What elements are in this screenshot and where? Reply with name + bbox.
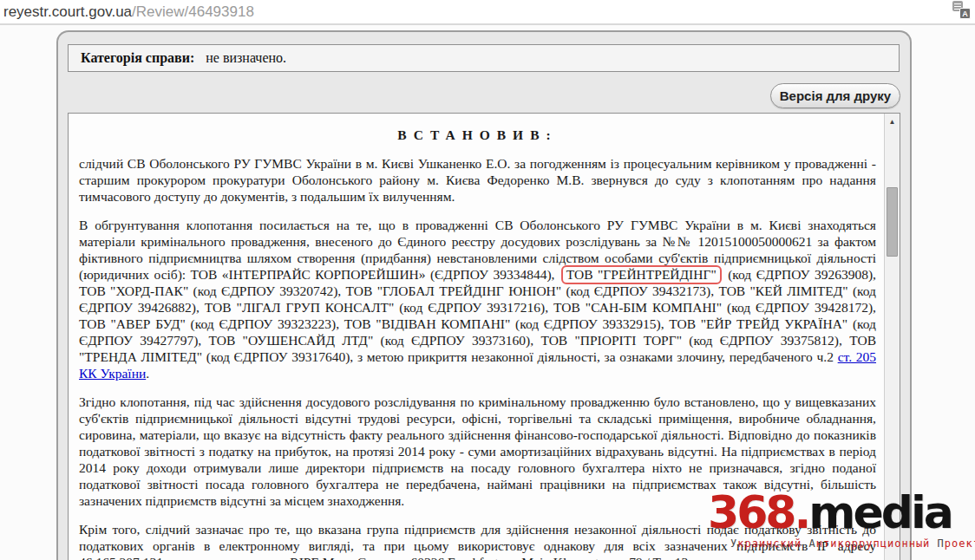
browser-address-bar[interactable]: reyestr.court.gov.ua/Review/46493918 A xyxy=(0,0,975,25)
scrollbar-up-arrow-icon[interactable]: ▲ xyxy=(885,115,900,128)
case-category-value: не визначено. xyxy=(206,50,286,65)
paragraph-findings: Згідно клопотання, під час здійснення до… xyxy=(79,394,876,509)
court-decision-text-box: ВСТАНОВИВ: слідчий СВ Оболонського РУ ГУ… xyxy=(68,113,900,560)
translate-icon[interactable]: A xyxy=(952,1,971,20)
case-category-label: Категорія справи: xyxy=(81,50,194,65)
paragraph-companies: В обгрунтування клопотання посилається н… xyxy=(79,217,876,381)
translate-icon-letter: A xyxy=(959,8,971,19)
document-container: Категорія справи: не визначено. Версія д… xyxy=(56,30,912,560)
url-domain: reyestr.court.gov.ua xyxy=(3,3,132,20)
scrollbar-thumb[interactable] xyxy=(887,187,898,257)
watermark-subtitle-word: Проект xyxy=(938,537,975,550)
case-category-box: Категорія справи: не визначено. xyxy=(68,44,900,72)
url-path: /Review/46493918 xyxy=(132,3,254,20)
paragraph-intro: слідчий СВ Оболонського РУ ГУМВС України… xyxy=(79,155,876,205)
document-scrollbar[interactable]: ▲ xyxy=(884,114,900,560)
paragraph-ip-address: Крім того, слідчий зазначає про те, що в… xyxy=(79,521,876,560)
highlighted-company-red-box: ТОВ "ГРЕЙНТРЕЙДІНГ" xyxy=(561,265,722,284)
print-version-button[interactable]: Версія для друку xyxy=(770,83,900,108)
court-decision-text: ВСТАНОВИВ: слідчий СВ Оболонського РУ ГУ… xyxy=(69,114,884,560)
decision-heading: ВСТАНОВИВ: xyxy=(79,127,876,143)
page-url[interactable]: reyestr.court.gov.ua/Review/46493918 xyxy=(3,3,254,21)
paragraph-companies-after: . xyxy=(146,366,149,381)
